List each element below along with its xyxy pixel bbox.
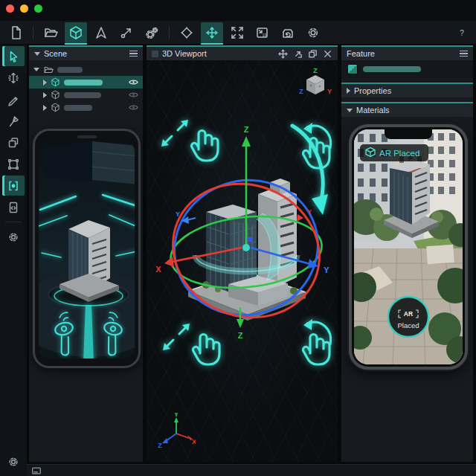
help-button[interactable]: ? [452, 23, 472, 42]
folder-open-icon [43, 25, 58, 40]
vr-window [45, 141, 92, 181]
viewport-title: 3D Viewport [162, 49, 274, 58]
frame-19-icon: 19 [255, 25, 270, 40]
zoom-window-button[interactable] [34, 4, 42, 13]
bounding-box-icon [7, 158, 20, 171]
pivot-button[interactable] [176, 22, 198, 43]
console-icon[interactable] [31, 466, 42, 475]
pan-icon[interactable] [278, 49, 288, 59]
gears-button[interactable] [141, 22, 163, 43]
gear-icon [306, 25, 321, 40]
window-controls [6, 4, 42, 13]
tool-rail [0, 45, 27, 476]
transform-axis-icon [7, 71, 20, 85]
properties-title: Properties [354, 86, 468, 95]
row-caret-icon[interactable] [43, 80, 47, 86]
view-cube[interactable]: Z Z Y [296, 66, 333, 102]
tree-row-folder[interactable] [29, 63, 143, 76]
settings-button[interactable] [302, 22, 324, 43]
feature-row[interactable] [341, 60, 473, 78]
ar-button-label: Placed [397, 321, 419, 329]
viewport-canvas[interactable]: Z Z X Y Y Y [147, 60, 338, 462]
expand-button[interactable] [226, 22, 248, 43]
panel-menu-icon[interactable] [460, 51, 468, 57]
scene-panel-title: Scene [44, 49, 126, 58]
script-doc-button[interactable] [2, 197, 25, 217]
row-caret-icon[interactable] [43, 105, 47, 111]
app-settings-button[interactable] [2, 451, 25, 472]
expand-arrows-icon [230, 25, 245, 40]
inspector-panel: Feature Properties Materials [341, 45, 474, 463]
main-toolbar: 19 ? [0, 21, 476, 45]
vector-move-button[interactable] [115, 22, 138, 43]
visibility-eye-icon[interactable] [129, 103, 138, 112]
pop-out-icon[interactable] [293, 49, 303, 59]
focus-tool-button[interactable] [2, 176, 25, 196]
axis-label-y: Y [324, 266, 329, 274]
feature-name-placeholder [363, 66, 421, 72]
folder-icon [43, 65, 54, 75]
properties-header[interactable]: Properties [341, 83, 473, 97]
navigate-button[interactable] [90, 22, 112, 43]
windows-overlap-icon[interactable] [308, 49, 318, 59]
tool-settings-button[interactable] [2, 227, 25, 247]
collapse-caret-icon[interactable] [347, 88, 350, 94]
tree-row[interactable] [29, 89, 143, 101]
package-refresh-button[interactable] [277, 22, 299, 43]
scene-panel-header[interactable]: Scene [29, 45, 143, 60]
tree-row-selected[interactable] [29, 76, 143, 89]
viewport-header[interactable]: 3D Viewport [147, 45, 338, 60]
tripod-label-x: X [192, 438, 196, 446]
ar-scene: AR Placed AR Placed [354, 129, 463, 364]
feature-title: Feature [347, 49, 456, 58]
ar-placed-button: AR Placed [388, 297, 428, 337]
cube-icon [51, 77, 60, 87]
model-cube-button[interactable] [65, 22, 87, 43]
transform-tool-button[interactable] [2, 68, 25, 88]
item-name-placeholder [64, 92, 101, 98]
axe-tool-button[interactable] [2, 111, 25, 131]
vector-arrow-icon [119, 25, 134, 40]
ar-placed-badge: AR Placed [360, 144, 428, 161]
visibility-eye-icon[interactable] [129, 78, 138, 86]
move-tool-button[interactable] [201, 22, 223, 43]
toolbar-separator [33, 26, 33, 39]
select-tool-button[interactable] [2, 46, 25, 66]
view-cube-label-left: Z [299, 88, 303, 95]
close-icon[interactable] [323, 49, 332, 59]
row-caret-icon[interactable] [33, 68, 39, 71]
pivot-dot-teal [242, 244, 250, 251]
new-file-button[interactable] [4, 22, 27, 43]
axis-label-z-up: Z [244, 125, 249, 134]
tree-row[interactable] [29, 101, 143, 114]
collapse-caret-icon[interactable] [34, 52, 40, 56]
collapse-caret-icon[interactable] [347, 109, 353, 112]
frame-19-badge: 19 [262, 33, 266, 37]
vr-building [60, 220, 119, 302]
rail-separator [5, 222, 22, 222]
row-caret-icon[interactable] [43, 92, 47, 98]
rotate-gesture-icon [303, 319, 330, 364]
ar-badge-label: AR Placed [379, 149, 419, 158]
panel-menu-icon[interactable] [129, 51, 138, 57]
open-folder-button[interactable] [39, 22, 62, 43]
ar-preview-screen: AR Placed AR Placed [354, 129, 463, 364]
axis-tripod: Y X Z [157, 413, 196, 448]
duplicate-tool-button[interactable] [2, 132, 25, 152]
pencil-tool-button[interactable] [2, 89, 25, 109]
copy-icon [7, 136, 20, 149]
visibility-eye-icon[interactable] [129, 91, 138, 99]
view-cube-label-top: Z [313, 67, 318, 74]
feature-header[interactable]: Feature [341, 45, 473, 60]
axis-label-x: X [155, 265, 161, 274]
navigation-arrow-icon [94, 25, 109, 40]
close-window-button[interactable] [6, 4, 14, 13]
bounding-box-tool-button[interactable] [2, 154, 25, 174]
frame-19-button[interactable]: 19 [251, 22, 274, 43]
materials-header[interactable]: Materials [341, 102, 473, 117]
help-icon: ? [454, 25, 469, 40]
vr-preview-screen [39, 141, 135, 358]
axis-label-z-down: Z [238, 331, 243, 340]
viewport-panel: 3D Viewport [146, 45, 338, 463]
minimize-window-button[interactable] [20, 4, 28, 13]
